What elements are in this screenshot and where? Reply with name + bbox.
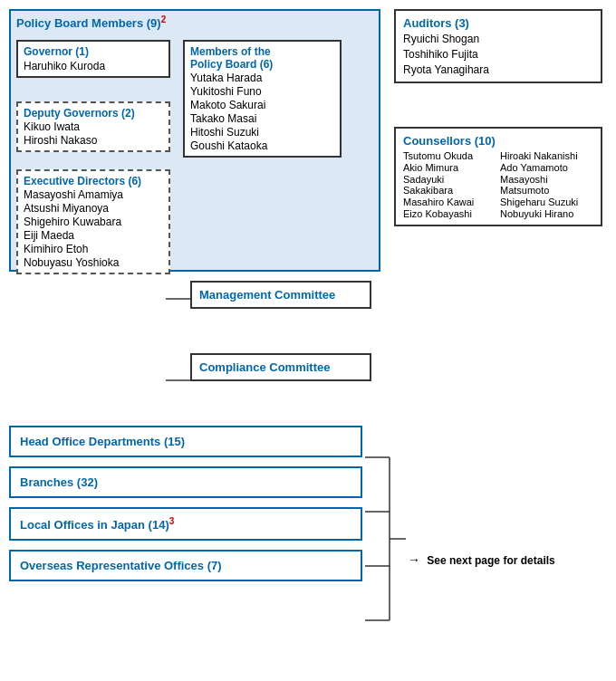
branches-box: Branches (32) <box>9 466 362 498</box>
compliance-committee-box: Compliance Committee <box>190 353 371 381</box>
head-office-box: Head Office Departments (15) <box>9 426 362 457</box>
overseas-box: Overseas Representative Offices (7) <box>9 550 362 581</box>
overseas-title: Overseas Representative Offices (7) <box>20 559 351 572</box>
local-offices-box: Local Offices in Japan (14)3 <box>9 507 362 541</box>
governor-box: Governor (1) Haruhiko Kuroda <box>16 40 170 78</box>
auditor-1: Ryuichi Shogan <box>403 33 593 45</box>
members-name-2: Yukitoshi Funo <box>190 85 334 98</box>
members-title: Members of the Policy Board (6) <box>190 45 334 71</box>
deputy-name-1: Kikuo Iwata <box>24 120 163 133</box>
members-title-line2: Policy Board (6) <box>190 58 273 71</box>
branches-title: Branches (32) <box>20 475 351 489</box>
local-offices-superscript: 3 <box>169 516 175 526</box>
policy-board-title: Policy Board Members (9)2 <box>11 11 379 32</box>
deputy-box: Deputy Governors (2) Kikuo Iwata Hiroshi… <box>16 101 170 152</box>
members-name-4: Takako Masai <box>190 112 334 125</box>
management-committee-box: Management Committee <box>190 281 371 309</box>
counsellor-1b: Hiroaki Nakanishi <box>500 150 593 161</box>
executive-title: Executive Directors (6) <box>24 175 163 187</box>
counsellor-5a: Eizo Kobayashi <box>403 208 496 219</box>
deputy-title: Deputy Governors (2) <box>24 107 163 120</box>
policy-board-superscript: 2 <box>161 14 167 24</box>
counsellors-grid: Tsutomu Okuda Hiroaki Nakanishi Akio Mim… <box>403 150 593 219</box>
management-committee-title: Management Committee <box>199 288 362 302</box>
counsellor-4a: Masahiro Kawai <box>403 197 496 207</box>
exec-name-6: Nobuyasu Yoshioka <box>24 256 163 269</box>
counsellor-3b: Masayoshi Matsumoto <box>500 174 593 196</box>
auditors-box: Auditors (3) Ryuichi Shogan Toshihiko Fu… <box>394 9 602 83</box>
arrow-right-icon: → <box>408 552 420 567</box>
policy-board-label: Policy Board Members (9) <box>16 16 161 30</box>
exec-name-3: Shigehiro Kuwabara <box>24 216 163 228</box>
members-name-5: Hitoshi Suzuki <box>190 126 334 139</box>
counsellors-box: Counsellors (10) Tsutomu Okuda Hiroaki N… <box>394 127 602 226</box>
policy-board-outer: Policy Board Members (9)2 Governor (1) H… <box>9 9 380 272</box>
members-name-6: Goushi Kataoka <box>190 139 334 152</box>
bottom-section: Head Office Departments (15) Branches (3… <box>9 426 362 590</box>
see-next-page-label: See next page for details <box>427 554 554 567</box>
executive-box: Executive Directors (6) Masayoshi Amamiy… <box>16 169 170 274</box>
counsellor-2a: Akio Mimura <box>403 162 496 173</box>
counsellor-2b: Ado Yamamoto <box>500 162 593 173</box>
local-offices-title: Local Offices in Japan (14)3 <box>20 516 351 532</box>
counsellors-title: Counsellors (10) <box>403 134 593 148</box>
auditor-2: Toshihiko Fujita <box>403 48 593 61</box>
counsellor-5b: Nobuyuki Hirano <box>500 208 593 219</box>
members-name-1: Yutaka Harada <box>190 72 334 84</box>
exec-name-5: Kimihiro Etoh <box>24 243 163 255</box>
exec-name-4: Eiji Maeda <box>24 229 163 242</box>
counsellor-3a: Sadayuki Sakakibara <box>403 174 496 196</box>
auditors-title: Auditors (3) <box>403 16 593 30</box>
local-offices-label: Local Offices in Japan (14) <box>20 518 169 532</box>
auditor-3: Ryota Yanagihara <box>403 63 593 76</box>
counsellor-1a: Tsutomu Okuda <box>403 150 496 161</box>
governor-title: Governor (1) <box>24 45 163 58</box>
see-next-page: → See next page for details <box>408 552 555 567</box>
exec-name-2: Atsushi Miyanoya <box>24 202 163 215</box>
deputy-name-2: Hiroshi Nakaso <box>24 134 163 147</box>
governor-name: Haruhiko Kuroda <box>24 60 163 72</box>
main-container: Policy Board Members (9)2 Governor (1) H… <box>0 0 616 681</box>
compliance-committee-title: Compliance Committee <box>199 360 362 374</box>
exec-name-1: Masayoshi Amamiya <box>24 188 163 201</box>
counsellor-4b: Shigeharu Suzuki <box>500 197 593 207</box>
members-title-line1: Members of the <box>190 45 271 58</box>
members-name-3: Makoto Sakurai <box>190 99 334 111</box>
members-box: Members of the Policy Board (6) Yutaka H… <box>183 40 342 158</box>
head-office-title: Head Office Departments (15) <box>20 435 351 448</box>
